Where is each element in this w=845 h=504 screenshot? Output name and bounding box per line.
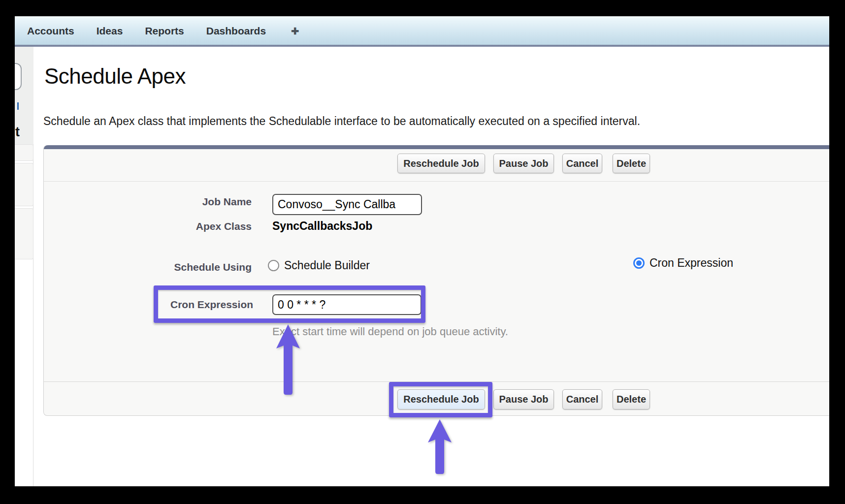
- tab-accounts[interactable]: Accounts: [27, 25, 74, 37]
- panel-divider-top: [44, 181, 829, 182]
- cron-expression-option: Cron Expression: [633, 256, 733, 270]
- delete-button-bottom[interactable]: Delete: [613, 389, 650, 410]
- schedule-builder-option: Schedule Builder: [268, 259, 370, 272]
- schedule-apex-panel: Reschedule Job Pause Job Cancel Delete J…: [43, 145, 829, 416]
- job-name-input[interactable]: [272, 194, 422, 215]
- apex-class-label: Apex Class: [93, 220, 252, 232]
- tab-dashboards[interactable]: Dashboards: [206, 25, 266, 37]
- tab-ideas[interactable]: Ideas: [97, 25, 123, 37]
- tab-reports[interactable]: Reports: [145, 25, 184, 37]
- job-name-label: Job Name: [93, 196, 252, 208]
- sidebar-partial-searchbox[interactable]: [15, 63, 22, 90]
- app-window: Accounts Ideas Reports Dashboards ✚ t Sc…: [15, 16, 829, 486]
- cron-highlight-box: [154, 285, 425, 323]
- schedule-builder-radio[interactable]: [268, 260, 279, 271]
- screen: { "nav": { "tabs": [ { "label": "Account…: [0, 0, 845, 504]
- tab-bar: Accounts Ideas Reports Dashboards ✚: [15, 16, 829, 47]
- sidebar-sliver: t: [15, 47, 33, 486]
- schedule-builder-radio-label[interactable]: Schedule Builder: [284, 259, 370, 272]
- cancel-button-bottom[interactable]: Cancel: [562, 389, 602, 410]
- panel-top-bar: [44, 145, 829, 149]
- pause-job-button-bottom[interactable]: Pause Job: [493, 389, 554, 410]
- apex-class-value: SyncCallbacksJob: [272, 220, 372, 233]
- page-description: Schedule an Apex class that implements t…: [43, 115, 640, 128]
- schedule-using-label: Schedule Using: [93, 261, 252, 273]
- cron-expression-radio-label[interactable]: Cron Expression: [650, 256, 733, 270]
- pause-job-button-top[interactable]: Pause Job: [493, 154, 554, 173]
- sidebar-section-box: [15, 163, 33, 206]
- reschedule-arrow-annotation: [424, 418, 455, 476]
- cron-arrow-annotation: [272, 323, 304, 397]
- sidebar-link-fragment[interactable]: [17, 102, 19, 110]
- add-tab-plus-icon[interactable]: ✚: [288, 26, 299, 37]
- cron-expression-radio[interactable]: [633, 257, 645, 269]
- delete-button-top[interactable]: Delete: [613, 154, 650, 173]
- cancel-button-top[interactable]: Cancel: [562, 154, 602, 173]
- sidebar-section-box: [15, 208, 33, 259]
- cron-help-text: Exact start time will depend on job queu…: [272, 325, 508, 338]
- reschedule-highlight-box: [389, 382, 492, 417]
- reschedule-job-button-top[interactable]: Reschedule Job: [397, 154, 485, 173]
- sidebar-text-fragment: t: [15, 125, 20, 140]
- sidebar-section-box: [15, 144, 33, 161]
- page-title: Schedule Apex: [44, 64, 186, 89]
